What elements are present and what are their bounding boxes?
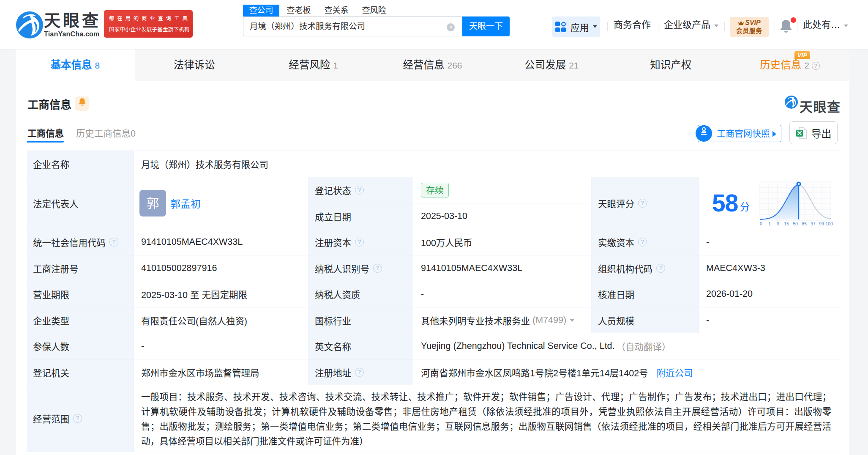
svg-text:97: 97 <box>811 221 816 226</box>
svg-text:1: 1 <box>768 221 771 226</box>
svg-text:0: 0 <box>760 221 762 226</box>
svg-text:100: 100 <box>826 221 833 226</box>
svg-text:99: 99 <box>819 221 824 226</box>
svg-text:3: 3 <box>777 221 779 226</box>
svg-text:15: 15 <box>784 221 789 226</box>
svg-text:85: 85 <box>802 221 807 226</box>
svg-text:50: 50 <box>793 221 798 226</box>
